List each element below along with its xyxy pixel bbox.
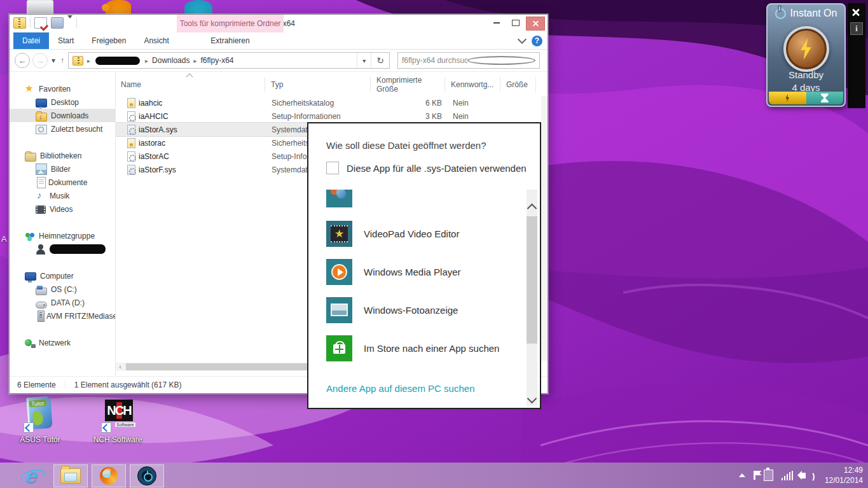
crumb-current-folder[interactable]: f6flpy-x64	[201, 56, 234, 65]
antivirus-mascot-icon[interactable]	[106, 0, 131, 15]
sidebar-item-os-c-[interactable]: OS (C:)	[10, 282, 115, 296]
battery-icon[interactable]	[764, 470, 773, 481]
items-count: 6 Elemente	[10, 380, 65, 389]
tab-freigeben[interactable]: Freigeben	[83, 32, 135, 49]
crumb-downloads[interactable]: Downloads	[152, 56, 189, 65]
back-button[interactable]: ←	[15, 53, 30, 68]
up-button[interactable]: ↑	[59, 56, 65, 65]
app-option-im-store-nach-einer-app-suchen[interactable]: Im Store nach einer App suchen	[326, 335, 514, 361]
action-center-flag-icon[interactable]	[754, 471, 755, 480]
sidebar-item-downloads[interactable]: Downloads	[10, 109, 115, 122]
minimize-button[interactable]	[488, 17, 506, 29]
tab-datei[interactable]: Datei	[13, 32, 49, 49]
scroll-down-chevron-icon[interactable]	[527, 394, 537, 404]
column-compressed-size[interactable]: Komprimierte Größe	[371, 77, 445, 92]
desktop-icon-asus-tutor[interactable]: ASUS Tutor	[5, 396, 75, 444]
maximize-button[interactable]	[507, 17, 525, 29]
firefox-icon	[100, 467, 118, 485]
sidebar-item-desktop[interactable]: Desktop	[10, 95, 115, 109]
sidebar-group-netzwerk[interactable]: Netzwerk	[10, 336, 115, 349]
computer-icon	[25, 272, 36, 281]
taskbar-internet-explorer[interactable]: e	[14, 464, 47, 486]
hidden-icons-chevron[interactable]	[739, 473, 745, 477]
dialog-scroll-thumb[interactable]	[527, 216, 537, 344]
sidebar-item-musik[interactable]: Musik	[10, 189, 115, 202]
taskbar-firefox[interactable]	[92, 464, 126, 487]
network-signal-icon[interactable]	[782, 471, 794, 480]
tab-extrahieren[interactable]: Extrahieren	[177, 32, 284, 49]
info-icon[interactable]: i	[850, 22, 863, 35]
app-option-partially-scrolled[interactable]	[326, 190, 514, 207]
sidebar-item-avm-fritz-mediase[interactable]: AVM FRITZ!Mediase	[10, 309, 115, 323]
sidebar-group-computer[interactable]: Computer	[10, 269, 115, 282]
forward-button[interactable]: →	[32, 53, 48, 68]
round-app-icon[interactable]	[184, 0, 212, 15]
breadcrumb[interactable]: ▸ ▸ Downloads ▸ f6flpy-x64 ▾ ↻	[68, 52, 390, 69]
window-controls	[488, 17, 545, 31]
partial-app-icon	[326, 190, 352, 207]
horizontal-scroll-thumb[interactable]	[126, 363, 317, 370]
shortcut-arrow-icon	[24, 422, 34, 433]
column-headers: Name Typ Komprimierte Größe Kennwortg...…	[116, 77, 548, 92]
instant-on-header: Instant On	[768, 4, 844, 19]
sidebar-item-videos[interactable]: Videos	[10, 202, 115, 216]
sidebar-item-dokumente[interactable]: Dokumente	[10, 176, 115, 189]
recent-locations-chevron-icon[interactable]: ▾	[50, 56, 57, 65]
sidebar-group-bibliotheken[interactable]: Bibliotheken	[10, 149, 115, 162]
folder-icon	[72, 56, 83, 66]
volume-icon[interactable]	[801, 473, 806, 478]
file-row-iaahcic[interactable]: iaAHCICSetup-Informationen3 KBNein	[116, 109, 548, 123]
column-name[interactable]: Name	[116, 77, 265, 92]
new-folder-icon[interactable]	[51, 17, 64, 29]
sidebar-group-favoriten[interactable]: Favoriten	[10, 82, 115, 95]
close-x-icon[interactable]	[851, 7, 861, 17]
column-type[interactable]: Typ	[266, 77, 371, 92]
sidebar-item-data-d-[interactable]: DATA (D:)	[10, 296, 115, 309]
address-dropdown-chevron-icon[interactable]: ▾	[357, 53, 371, 68]
music-icon	[36, 191, 46, 201]
instant-on-side-strip: i	[848, 3, 865, 108]
sidebar-item-user-redacted[interactable]	[10, 242, 115, 256]
performance-mode-button[interactable]	[769, 92, 806, 104]
recent-icon	[36, 125, 47, 134]
sidebar-item-zuletzt-besucht[interactable]: Zuletzt besucht	[10, 122, 115, 136]
taskbar-instant-on-app[interactable]	[130, 464, 164, 487]
tab-ansicht[interactable]: Ansicht	[135, 32, 177, 49]
taskbar-clock[interactable]: 12:49 12/01/2014	[825, 465, 863, 485]
column-size[interactable]: Größe	[501, 77, 536, 92]
scroll-left-arrow-icon[interactable]: ‹	[116, 363, 125, 371]
store-icon	[326, 335, 352, 361]
sidebar-item-bilder[interactable]: Bilder	[10, 162, 115, 176]
properties-icon[interactable]	[34, 17, 47, 29]
taskbar-file-explorer[interactable]	[53, 464, 88, 487]
checkbox[interactable]	[326, 162, 339, 174]
standby-mode-button[interactable]	[806, 92, 844, 104]
vertical-scrollbar[interactable]	[541, 96, 548, 361]
photo-icon	[326, 297, 352, 323]
app-option-windows-fotoanzeige[interactable]: Windows-Fotoanzeige	[326, 297, 514, 323]
desktop-icon-nch-software[interactable]: NCHSoftware NCH Software	[83, 396, 153, 444]
sidebar-group-heimnetzgruppe[interactable]: Heimnetzgruppe	[10, 229, 115, 242]
ribbon-tabs: DateiStartFreigebenAnsichtExtrahieren ?	[10, 32, 548, 50]
window-zip-icon	[13, 17, 26, 29]
help-icon[interactable]: ?	[532, 36, 542, 46]
instant-on-main-button[interactable]	[783, 26, 829, 72]
title-bar[interactable]: f6flpy-x64 Tools für komprimierte Ordner	[10, 15, 548, 32]
shortcut-arrow-icon	[101, 422, 111, 433]
dialog-scrollbar[interactable]	[527, 190, 537, 406]
clock-time: 12:49	[825, 465, 863, 475]
column-password[interactable]: Kennwortg...	[446, 77, 500, 92]
close-button[interactable]	[526, 17, 545, 31]
ribbon-collapse-chevron-icon[interactable]	[518, 35, 527, 44]
search-input[interactable]: f6flpy-x64 durchsuchen	[397, 52, 540, 69]
file-row-iaahcic[interactable]: iaahcicSicherheitskatalog6 KBNein	[116, 96, 548, 109]
app-option-windows-media-player[interactable]: Windows Media Player	[326, 259, 514, 285]
file-type-setup-icon	[127, 151, 135, 162]
tab-start[interactable]: Start	[49, 32, 83, 49]
refresh-icon[interactable]: ↻	[371, 53, 389, 68]
use-for-all-checkbox-row[interactable]: Diese App für alle .sys-Dateien verwende…	[326, 162, 527, 174]
find-another-app-link[interactable]: Andere App auf diesem PC suchen	[326, 383, 474, 394]
app-option-videopad-video-editor[interactable]: VideoPad Video Editor	[326, 221, 514, 247]
scroll-up-chevron-icon[interactable]	[527, 204, 537, 214]
qat-customize-chevron[interactable]	[67, 18, 72, 27]
